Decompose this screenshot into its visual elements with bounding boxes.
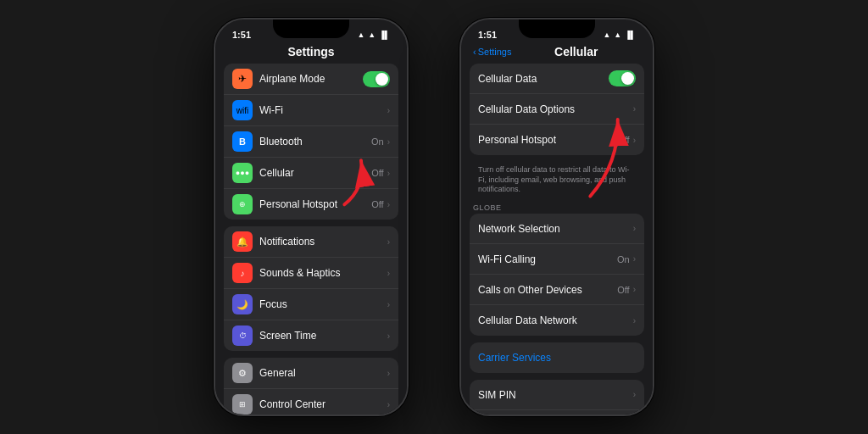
hotspot-value: Off	[371, 199, 383, 209]
setting-wifi[interactable]: wifi Wi-Fi ›	[224, 95, 398, 126]
wifi-label: Wi-Fi	[259, 104, 387, 116]
cellulardata-label: Cellular Data	[478, 73, 609, 85]
setting-airplane[interactable]: ✈ Airplane Mode	[224, 64, 398, 95]
callsonotherdevices-label: Calls on Other Devices	[478, 284, 617, 296]
setting-simpin[interactable]: SIM PIN ›	[470, 380, 644, 410]
phone-1: 1:51 ▲ ▲ ▐▌ Settings ✈ Airplane Mode	[214, 18, 409, 416]
focus-label: Focus	[259, 298, 387, 310]
personalhotspot-value: Off	[617, 135, 629, 145]
globe-group: Network Selection › Wi-Fi Calling On › C…	[470, 214, 644, 336]
wifi-chevron: ›	[387, 106, 390, 115]
setting-hotspot[interactable]: ⊕ Personal Hotspot Off ›	[224, 189, 398, 220]
general-chevron: ›	[387, 369, 390, 378]
hotspot-chevron: ›	[387, 200, 390, 209]
control-icon: ⊞	[232, 394, 253, 415]
bluetooth-chevron: ›	[387, 137, 390, 147]
cellular-settings-list: Cellular Data Cellular Data Options › Pe…	[461, 64, 653, 415]
back-button[interactable]: ‹ Settings	[473, 47, 511, 57]
setting-general[interactable]: ⚙ General ›	[224, 358, 398, 389]
setting-callsonotherdevices[interactable]: Calls on Other Devices Off ›	[470, 275, 644, 305]
setting-focus[interactable]: 🌙 Focus ›	[224, 289, 398, 320]
notifications-icon: 🔔	[232, 231, 253, 252]
networkselection-chevron: ›	[633, 224, 636, 233]
airplane-icon: ✈	[232, 69, 253, 89]
cellular-top-group: Cellular Data Cellular Data Options › Pe…	[470, 64, 644, 155]
nav-bar-2: ‹ Settings Cellular	[461, 43, 653, 64]
battery-icon: ▐▌	[379, 31, 390, 39]
settings-list-1: ✈ Airplane Mode wifi Wi-Fi › B Bluetooth…	[215, 64, 407, 415]
nav-bar-1: Settings	[215, 43, 407, 64]
time-2: 1:51	[478, 30, 497, 40]
setting-sounds[interactable]: ♪ Sounds & Haptics ›	[224, 258, 398, 289]
setting-personalhotspot[interactable]: Personal Hotspot Off ›	[470, 125, 644, 155]
page-title-2: Cellular	[511, 45, 641, 58]
back-label: Settings	[478, 47, 512, 57]
notifications-chevron: ›	[387, 237, 390, 247]
screentime-label: Screen Time	[259, 330, 387, 342]
control-label: Control Center	[259, 398, 387, 410]
wifi-status-icon-2: ▲	[614, 31, 621, 39]
setting-cellulardata[interactable]: Cellular Data	[470, 64, 644, 94]
sounds-label: Sounds & Haptics	[259, 267, 387, 279]
cellulardataoptions-chevron: ›	[633, 104, 636, 114]
bluetooth-value: On	[371, 136, 384, 147]
settings-group-notifications: 🔔 Notifications › ♪ Sounds & Haptics › 🌙…	[224, 226, 398, 351]
setting-wificalling[interactable]: Wi-Fi Calling On ›	[470, 244, 644, 275]
cellulardatanetwork-chevron: ›	[633, 316, 636, 326]
setting-screentime[interactable]: ⏱ Screen Time ›	[224, 320, 398, 351]
notifications-label: Notifications	[259, 236, 387, 248]
setting-cellulardataoptions[interactable]: Cellular Data Options ›	[470, 94, 644, 125]
bluetooth-icon: B	[232, 131, 253, 152]
phone-2: 1:51 ▲ ▲ ▐▌ ‹ Settings Cellular Cel	[459, 18, 654, 416]
hotspot-icon: ⊕	[232, 194, 253, 214]
status-bar-1: 1:51 ▲ ▲ ▐▌	[215, 19, 407, 43]
setting-carrierservices[interactable]: Carrier Services	[470, 342, 644, 373]
cellulardataoptions-label: Cellular Data Options	[478, 103, 633, 115]
settings-group-network: ✈ Airplane Mode wifi Wi-Fi › B Bluetooth…	[224, 64, 398, 220]
carrier-services-group: Carrier Services	[470, 342, 644, 373]
settings-group-general: ⚙ General › ⊞ Control Center › ☀ Display…	[224, 358, 398, 415]
setting-cellulardatanetwork[interactable]: Cellular Data Network ›	[470, 305, 644, 336]
setting-bluetooth[interactable]: B Bluetooth On ›	[224, 126, 398, 158]
simpin-chevron: ›	[633, 390, 636, 399]
cellular-label: Cellular	[259, 167, 371, 179]
airplane-label: Airplane Mode	[259, 73, 363, 85]
setting-controlcenter[interactable]: ⊞ Control Center ›	[224, 389, 398, 415]
wificalling-value: On	[617, 254, 630, 264]
focus-icon: 🌙	[232, 294, 253, 314]
cellular-chevron: ›	[387, 169, 390, 178]
page-title-1: Settings	[227, 45, 395, 58]
general-label: General	[259, 367, 387, 379]
signal-icon-2: ▲	[603, 31, 610, 39]
personalhotspot-label: Personal Hotspot	[478, 134, 617, 146]
setting-notifications[interactable]: 🔔 Notifications ›	[224, 226, 398, 258]
sounds-icon: ♪	[232, 263, 253, 283]
callsonotherdevices-value: Off	[617, 285, 629, 295]
setting-simapplications[interactable]: SIM Applications ›	[470, 410, 644, 415]
status-icons-1: ▲ ▲ ▐▌	[357, 31, 390, 39]
wificalling-label: Wi-Fi Calling	[478, 253, 617, 265]
cellulardata-toggle[interactable]	[609, 70, 636, 86]
status-icons-2: ▲ ▲ ▐▌	[603, 31, 636, 39]
status-bar-2: 1:51 ▲ ▲ ▐▌	[461, 19, 653, 43]
airplane-toggle[interactable]	[363, 71, 390, 87]
cellular-icon: ●●●	[232, 163, 253, 183]
screentime-chevron: ›	[387, 331, 390, 341]
focus-chevron: ›	[387, 300, 390, 309]
cellular-value: Off	[371, 168, 383, 178]
time-1: 1:51	[232, 30, 251, 40]
sounds-chevron: ›	[387, 269, 390, 278]
hotspot-label: Personal Hotspot	[259, 198, 371, 210]
carrierservices-label: Carrier Services	[478, 352, 636, 364]
networkselection-label: Network Selection	[478, 223, 633, 235]
sim-group: SIM PIN › SIM Applications ›	[470, 380, 644, 415]
phones-container: 1:51 ▲ ▲ ▐▌ Settings ✈ Airplane Mode	[0, 18, 868, 416]
globe-section-label: GLOBE	[470, 200, 644, 214]
setting-cellular[interactable]: ●●● Cellular Off ›	[224, 158, 398, 189]
signal-icon: ▲	[357, 31, 364, 39]
wifi-icon: wifi	[232, 100, 253, 120]
screentime-icon: ⏱	[232, 326, 253, 346]
setting-networkselection[interactable]: Network Selection ›	[470, 214, 644, 244]
cellular-info: Turn off cellular data to restrict all d…	[470, 162, 644, 200]
battery-icon-2: ▐▌	[625, 31, 636, 39]
